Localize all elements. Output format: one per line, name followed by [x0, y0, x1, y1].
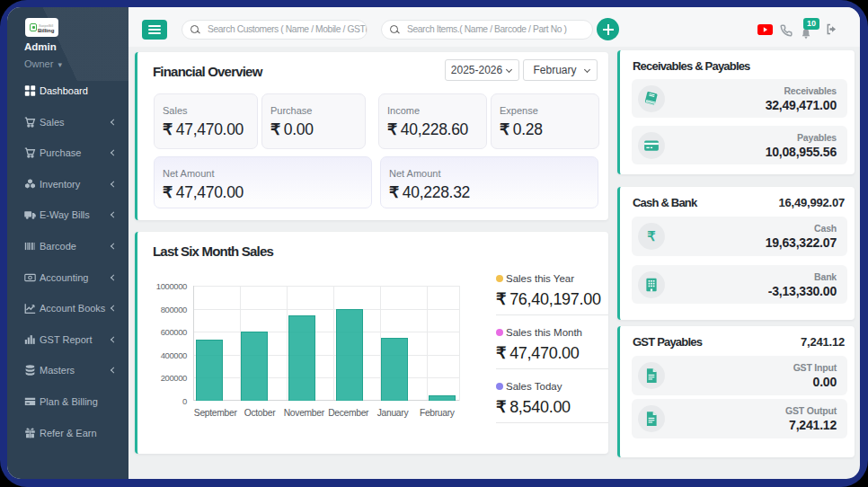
- svg-text:₹: ₹: [647, 229, 655, 244]
